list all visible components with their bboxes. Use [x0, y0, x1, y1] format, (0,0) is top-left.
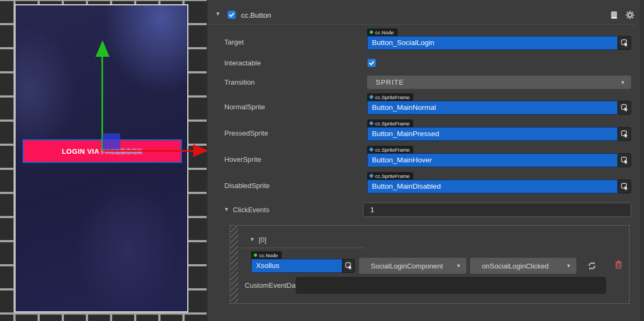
interactable-checkbox[interactable]	[367, 58, 376, 68]
normal-sprite-type-tag: cc.SpriteFrame	[367, 93, 413, 101]
event0-refresh-button[interactable]	[587, 260, 597, 271]
gizmo-move-handle[interactable]	[103, 133, 120, 150]
scene-view[interactable]: LOGIN VIA FACEBOOK	[0, 0, 207, 321]
event0-node-object-field[interactable]: Xsollus	[251, 259, 342, 273]
refresh-icon	[587, 261, 597, 271]
clickevents-label: ClickEvents	[233, 206, 269, 214]
event0-handler-dropdown[interactable]: onSocialLoginClicked ▼	[470, 258, 576, 274]
header-divider	[209, 24, 635, 25]
node-picker-icon	[621, 156, 628, 164]
transition-dropdown[interactable]: SPRITE ▼	[367, 76, 631, 89]
transition-label: Transition	[224, 78, 255, 86]
hover-sprite-type-tag: cc.SpriteFrame	[367, 146, 413, 153]
clickevents-collapse-icon[interactable]: ▼	[224, 207, 229, 212]
event0-component-dropdown[interactable]: SocialLoginComponent ▼	[359, 258, 466, 274]
pressed-sprite-type-tag: cc.SpriteFrame	[367, 120, 413, 127]
hover-sprite-label: HoverSprite	[224, 155, 261, 163]
pressed-sprite-object-field[interactable]: Button_MainPressed	[367, 127, 618, 141]
node-type-dot-icon	[254, 253, 257, 257]
normal-sprite-picker-button[interactable]	[618, 101, 631, 115]
event0-node-type-tag: cc.Node	[251, 251, 282, 259]
target-picker-button[interactable]	[618, 36, 631, 50]
panel-divider[interactable]	[207, 0, 208, 321]
pressed-sprite-picker-button[interactable]	[618, 127, 631, 141]
target-type-tag: cc.Node	[367, 28, 398, 36]
editor-window: LOGIN VIA FACEBOOK ▼ cc.Button	[0, 0, 644, 321]
settings-button[interactable]	[625, 10, 635, 20]
component-title: cc.Button	[241, 11, 271, 20]
event0-divider	[241, 248, 364, 248]
node-picker-icon	[621, 130, 628, 138]
disabled-sprite-object-field[interactable]: Button_MainDisabled	[367, 180, 618, 193]
node-picker-icon	[621, 104, 628, 111]
hover-sprite-object-field[interactable]: Button_MainHover	[367, 153, 618, 167]
disabled-sprite-label: DisabledSprite	[224, 182, 270, 190]
design-canvas[interactable]: LOGIN VIA FACEBOOK	[14, 4, 188, 312]
spriteframe-type-diamond-icon	[369, 95, 374, 99]
gizmo-y-arrowhead[interactable]	[96, 40, 109, 57]
clickevents-count-field[interactable]: 1	[363, 203, 631, 217]
chevron-down-icon: ▼	[620, 80, 626, 85]
panel-hatch-decoration	[231, 226, 238, 303]
scrollbar-track[interactable]	[640, 0, 644, 321]
hover-sprite-picker-button[interactable]	[618, 153, 631, 167]
chevron-down-icon: ▼	[456, 263, 461, 268]
pressed-sprite-label: PressedSprite	[224, 129, 268, 137]
custom-event-data-label: CustomEventData	[245, 281, 302, 289]
component-collapse-icon[interactable]: ▼	[215, 11, 221, 17]
clickevent-item-panel: ▼ [0] cc.Node Xsollus SocialLoginCompone…	[230, 225, 630, 304]
node-type-dot-icon	[370, 31, 373, 34]
normal-sprite-object-field[interactable]: Button_MainNormal	[367, 101, 618, 115]
component-enabled-checkbox[interactable]	[227, 10, 236, 19]
chevron-down-icon: ▼	[566, 263, 571, 268]
gizmo-x-arrowhead[interactable]	[193, 144, 208, 157]
spriteframe-type-diamond-icon	[369, 147, 374, 152]
node-picker-icon	[621, 39, 628, 47]
node-picker-icon	[345, 262, 353, 270]
spriteframe-type-diamond-icon	[369, 174, 374, 178]
check-icon	[228, 11, 235, 18]
spriteframe-type-diamond-icon	[369, 121, 374, 125]
disabled-sprite-picker-button[interactable]	[618, 180, 631, 193]
target-object-field[interactable]: Button_SocialLogin	[367, 36, 618, 50]
gizmo-x-axis[interactable]	[103, 150, 193, 152]
interactable-label: Interactable	[224, 59, 261, 67]
gear-icon	[625, 10, 635, 20]
event0-collapse-icon[interactable]: ▼	[250, 237, 255, 242]
help-docs-button[interactable]	[609, 11, 619, 19]
event0-index-label: [0]	[259, 236, 266, 244]
event0-delete-button[interactable]	[614, 259, 623, 269]
disabled-sprite-type-tag: cc.SpriteFrame	[367, 172, 413, 180]
event0-node-picker-button[interactable]	[342, 259, 355, 273]
target-label: Target	[224, 38, 244, 46]
custom-event-data-input[interactable]	[296, 277, 606, 294]
book-icon	[609, 11, 619, 19]
normal-sprite-label: NormalSprite	[224, 103, 265, 111]
check-icon	[368, 59, 375, 66]
node-picker-icon	[621, 183, 628, 190]
trash-icon	[614, 260, 623, 269]
